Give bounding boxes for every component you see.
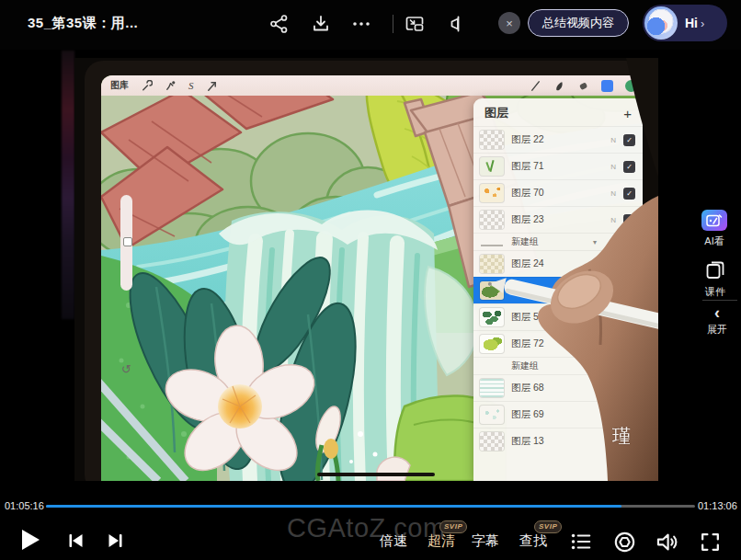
blend-mode-label: N: [604, 163, 616, 171]
layer-visibility-checkbox[interactable]: [623, 409, 635, 421]
modify-button-icon: [123, 237, 132, 246]
layer-row[interactable]: 图层 58✓: [473, 303, 643, 330]
layer-label: 图层 68: [511, 382, 597, 394]
video-surface[interactable]: 图库 S: [74, 58, 658, 481]
layer-label: 图层 22: [511, 133, 597, 146]
chevron-left-icon: ‹: [714, 306, 720, 319]
procreate-toolbar: 图库 S: [101, 75, 646, 96]
selection-tool-icon: S: [188, 80, 194, 92]
layer-label: 图层 24: [511, 257, 597, 270]
layer-row[interactable]: 图层 68Li: [473, 374, 643, 401]
layer-label: 图层 71: [511, 160, 597, 173]
layer-thumbnail: [480, 308, 504, 326]
layer-thumbnail: [480, 184, 504, 202]
layer-row[interactable]: 图层 72✓: [473, 330, 643, 357]
gear-icon: [612, 530, 637, 554]
layer-thumbnail: [480, 360, 504, 371]
creator-watermark: 瑾: [612, 424, 631, 449]
layer-visibility-checkbox[interactable]: ✓: [623, 214, 635, 226]
current-time: 01:05:16: [5, 500, 44, 511]
layer-row[interactable]: ✓: [473, 277, 643, 303]
layer-thumbnail: [480, 432, 504, 451]
picture-in-picture-button[interactable]: [403, 11, 427, 37]
layer-row[interactable]: 图层 24✓: [473, 250, 643, 277]
volume-button[interactable]: [653, 528, 680, 555]
layer-label: 图层 13: [511, 435, 597, 448]
layer-row[interactable]: 图层 71N✓: [473, 153, 643, 179]
assistant-button[interactable]: Hi ›: [643, 5, 727, 41]
ai-watch-icon: [701, 210, 727, 231]
procreate-gallery-label: 图库: [110, 79, 129, 92]
layer-visibility-checkbox[interactable]: ✓: [623, 134, 635, 146]
layer-visibility-checkbox[interactable]: ✓: [623, 360, 635, 372]
previous-video-button[interactable]: [63, 528, 88, 554]
summarize-video-button[interactable]: 总结视频内容: [528, 9, 629, 37]
playlist-icon: [569, 530, 593, 554]
assistant-label: Hi: [685, 16, 698, 30]
courseware-icon: [704, 259, 726, 281]
layer-label: 图层 69: [511, 408, 597, 421]
layer-visibility-checkbox[interactable]: ✓: [623, 161, 635, 173]
layer-row[interactable]: 图层 70N✓: [473, 179, 643, 206]
picture-in-picture-icon: [404, 13, 426, 35]
layer-visibility-checkbox[interactable]: ✓: [623, 188, 635, 200]
layer-visibility-checkbox[interactable]: ✓: [623, 236, 635, 248]
download-icon: [310, 13, 332, 35]
blend-mode-label: N: [604, 136, 616, 144]
play-button[interactable]: [12, 523, 45, 556]
find-button[interactable]: 查找: [519, 532, 547, 550]
share-button[interactable]: [268, 11, 291, 37]
layer-label: 新建组: [511, 235, 586, 248]
playlist-button[interactable]: [568, 529, 594, 554]
playback-speed-button[interactable]: 倍速: [380, 532, 407, 550]
fullscreen-button[interactable]: [697, 529, 723, 554]
listen-mode-button[interactable]: [444, 11, 468, 37]
volume-icon: [655, 530, 679, 554]
settings-button[interactable]: [610, 528, 638, 555]
layer-group-row[interactable]: 新建组▾✓: [473, 233, 643, 250]
layer-thumbnail: [480, 281, 504, 300]
layer-label: 图层 58: [511, 311, 597, 324]
progress-bar[interactable]: [46, 505, 695, 508]
layer-visibility-checkbox[interactable]: [623, 383, 635, 394]
layer-thumbnail: [480, 211, 504, 229]
layer-thumbnail: [480, 335, 504, 353]
next-video-button[interactable]: [103, 528, 129, 554]
chevron-down-icon: ▾: [593, 238, 597, 246]
more-button[interactable]: [349, 11, 373, 37]
table-edge-line: [317, 473, 435, 476]
layer-label: 图层 70: [511, 187, 597, 200]
layer-thumbnail: [480, 131, 504, 149]
wrench-icon: [141, 80, 153, 92]
layer-visibility-checkbox[interactable]: ✓: [623, 312, 635, 324]
close-summary-button[interactable]: ×: [498, 12, 520, 34]
courseware-button[interactable]: 课件: [704, 259, 726, 299]
site-watermark: CGAtoZ.com: [287, 513, 446, 543]
layer-visibility-checkbox[interactable]: ✓: [623, 285, 635, 297]
layer-visibility-checkbox[interactable]: ✓: [623, 258, 635, 270]
download-button[interactable]: [309, 11, 333, 37]
subtitles-button[interactable]: 字幕: [472, 532, 499, 550]
video-player-app: 35_第35课：用...: [0, 0, 741, 560]
ai-watch-button[interactable]: AI看: [701, 210, 727, 248]
play-icon: [15, 526, 42, 554]
total-time: 01:13:06: [698, 500, 737, 511]
courseware-label: 课件: [705, 285, 725, 299]
assistant-avatar: [644, 6, 678, 40]
eraser-icon: [577, 80, 589, 92]
add-layer-icon: +: [623, 106, 632, 121]
layer-group-row[interactable]: 新建组▾✓: [473, 357, 643, 374]
layer-row[interactable]: 图层 22N✓: [473, 126, 643, 153]
svip-badge-quality: SVIP: [439, 520, 467, 533]
expand-button[interactable]: ‹ 展开: [707, 306, 727, 337]
layer-label: 图层 23: [511, 213, 597, 226]
top-bar: 35_第35课：用...: [0, 0, 741, 50]
procreate-sidebar: [120, 195, 132, 291]
layer-row[interactable]: 图层 23N✓: [473, 206, 643, 233]
quality-button[interactable]: 超清: [428, 532, 455, 550]
layer-visibility-checkbox[interactable]: ✓: [623, 338, 635, 350]
chevron-down-icon: ▾: [593, 362, 597, 371]
brush-icon: [530, 80, 542, 92]
blend-mode-label: N: [604, 411, 616, 419]
next-icon: [105, 530, 127, 552]
